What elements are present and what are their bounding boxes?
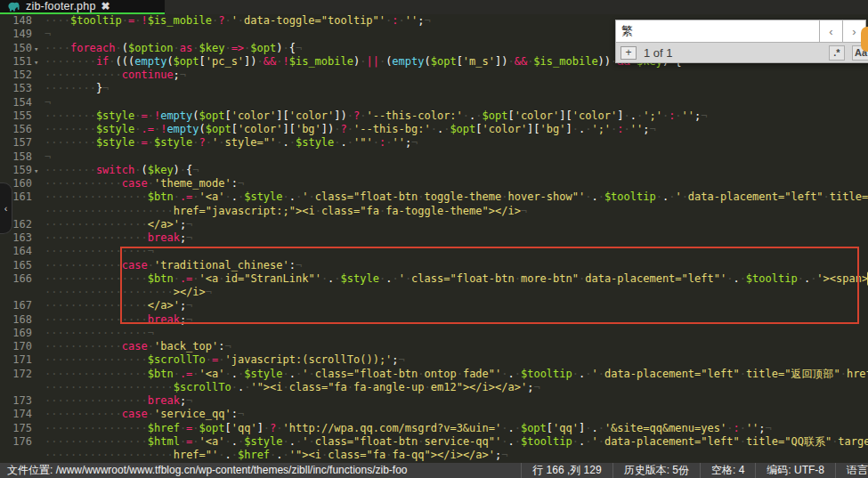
line-number: 165 xyxy=(0,259,41,272)
code-line[interactable]: ····················href="'·.·$href·.·'"… xyxy=(0,449,868,462)
find-previous-button[interactable]: ‹ xyxy=(820,20,843,43)
code-line[interactable]: 153········}¬ xyxy=(0,82,868,95)
code-text: ········$style·.=·!empty($opt['color']['… xyxy=(41,123,656,136)
status-history-versions[interactable]: 历史版本: 5份 xyxy=(612,463,700,478)
line-number: 155 xyxy=(0,109,41,123)
code-line[interactable]: 176················$html·=·'<a'·.·$style… xyxy=(0,435,868,449)
code-line[interactable]: 160············case·'theme_mode':¬ xyxy=(0,177,868,190)
code-line[interactable]: ····················$scrollTo·.·'"><i·cl… xyxy=(0,381,868,394)
code-line[interactable]: 161················$btn·.=·'<a'·.·$style… xyxy=(0,190,868,204)
code-text: ················$btn·.=·'<a'·.·$style·.·… xyxy=(41,190,868,204)
code-text: ········}¬ xyxy=(41,82,109,95)
status-language[interactable]: 语言 xyxy=(835,463,868,478)
code-line[interactable]: 166················$btn·.=·'<a·id="Stran… xyxy=(0,272,868,286)
line-number: 164 xyxy=(0,245,41,258)
line-number: 176 xyxy=(0,435,41,449)
code-text: ····················href="'·.·$href·.·'"… xyxy=(41,449,507,462)
code-text: ········if·(((empty($opt['pc_s'])·&&·!$i… xyxy=(41,55,688,69)
code-line[interactable]: 173················break;¬ xyxy=(0,394,868,408)
code-line[interactable]: ····················href="javascript:;">… xyxy=(0,205,868,218)
search-row: ‹ › xyxy=(615,20,868,43)
code-line[interactable]: 172················$btn·.=·'<a'·.·$style… xyxy=(0,368,868,381)
line-number: 149 xyxy=(0,28,41,41)
code-line[interactable]: ····················></i>¬ xyxy=(0,286,868,299)
line-number: 175 xyxy=(0,422,41,435)
code-line[interactable]: 170············case·'back_top':¬ xyxy=(0,340,868,353)
line-number: 156 xyxy=(0,123,41,136)
status-encoding[interactable]: 编码: UTF-8 xyxy=(755,463,835,478)
code-text: ········switch·($key)·{¬ xyxy=(41,164,199,177)
line-number: 153 xyxy=(0,82,41,95)
line-number: 154 xyxy=(0,96,41,109)
code-text: ············case·'traditional_chinese':¬ xyxy=(41,259,302,272)
code-text: ¬ xyxy=(41,28,51,41)
code-rows: 148····$tooltip·=·!$is_mobile·?·'·data-t… xyxy=(0,14,868,462)
code-line[interactable]: 167················</a>';¬ xyxy=(0,299,868,312)
code-line[interactable]: 163················break;¬ xyxy=(0,231,868,245)
code-line[interactable]: 174············case·'service_qq':¬ xyxy=(0,408,868,421)
code-line[interactable]: 165············case·'traditional_chinese… xyxy=(0,259,868,272)
code-line[interactable]: 168················break;¬ xyxy=(0,313,868,327)
code-text: ················</a>';¬ xyxy=(41,218,192,231)
search-input[interactable] xyxy=(615,20,820,43)
status-file-path: 文件位置: /www/wwwroot/www.tfblog.cn/wp-cont… xyxy=(0,463,521,478)
code-text: ················¬ xyxy=(41,245,154,258)
code-line[interactable]: 154¬ xyxy=(0,96,868,109)
line-number: 151▾ xyxy=(0,55,41,69)
status-spaces[interactable]: 空格: 4 xyxy=(700,463,755,478)
code-line[interactable]: 164················¬ xyxy=(0,245,868,258)
fold-arrow[interactable]: ▾ xyxy=(32,56,41,69)
code-line[interactable]: 155········$style·=·!empty($opt['color']… xyxy=(0,109,868,123)
sidebar-collapse-handle[interactable]: ‹ xyxy=(0,182,12,234)
code-text: ················</a>';¬ xyxy=(41,299,192,312)
fold-arrow[interactable]: ▾ xyxy=(32,165,41,178)
code-line[interactable]: 152············continue;¬ xyxy=(0,69,868,82)
code-text: ····$tooltip·=·!$is_mobile·?·'·data-togg… xyxy=(41,14,431,28)
code-text: ········$style·=·!empty($opt['color']['c… xyxy=(41,109,708,123)
code-text: ············continue;¬ xyxy=(41,69,186,82)
code-line[interactable]: 175················$href·=·$opt['qq']·?·… xyxy=(0,422,868,435)
code-text: ¬ xyxy=(41,96,51,109)
code-text: ····················href="javascript:;">… xyxy=(41,205,527,218)
code-line[interactable]: 156········$style·.=·!empty($opt['color'… xyxy=(0,123,868,136)
code-text: ····················$scrollTo·.·'"><i·cl… xyxy=(41,381,540,394)
line-number xyxy=(0,449,41,462)
toggle-replace-button[interactable]: + xyxy=(621,46,637,60)
php-file-icon xyxy=(7,1,20,12)
code-line[interactable]: 157········$style·=·$style·?·'·style="'·… xyxy=(0,136,868,150)
code-text: ····foreach·($option·as·$key·=>·$opt)·{¬ xyxy=(41,42,302,55)
code-text: ················break;¬ xyxy=(41,394,192,408)
code-text: ················break;¬ xyxy=(41,313,192,327)
line-number: 168 xyxy=(0,313,41,327)
code-editor-window: { "colors": { "background": "#272822", "… xyxy=(0,0,868,478)
line-number: 159▾ xyxy=(0,164,41,177)
code-line[interactable]: 158¬ xyxy=(0,150,868,164)
tab-bar: zib-footer.php ✖ xyxy=(0,0,868,14)
fold-arrow[interactable]: ▾ xyxy=(32,43,41,56)
line-number: 167 xyxy=(0,299,41,312)
code-line[interactable]: 171················$scrollTo·=·'javascri… xyxy=(0,353,868,367)
code-line[interactable]: 162················</a>';¬ xyxy=(0,218,868,231)
line-number: 150▾ xyxy=(0,42,41,55)
line-number: 173 xyxy=(0,394,41,408)
line-number: 174 xyxy=(0,408,41,421)
code-line[interactable]: 159▾········switch·($key)·{¬ xyxy=(0,164,868,177)
close-icon[interactable]: ✖ xyxy=(101,1,110,12)
clipped-orange-button[interactable] xyxy=(861,27,868,52)
status-bar: 文件位置: /www/wwwroot/www.tfblog.cn/wp-cont… xyxy=(0,463,868,478)
line-number: 157 xyxy=(0,136,41,150)
code-line[interactable]: 169················¬ xyxy=(0,327,868,340)
code-text: ············case·'service_qq':¬ xyxy=(41,408,244,421)
line-number: 148 xyxy=(0,14,41,28)
tab-title: zib-footer.php xyxy=(26,0,96,12)
code-text: ················$scrollTo·=·'javascript:… xyxy=(41,353,405,367)
line-number: 172 xyxy=(0,368,41,381)
tab-zib-footer[interactable]: zib-footer.php ✖ xyxy=(0,0,165,14)
regex-toggle-button[interactable]: .* xyxy=(829,45,845,61)
code-text: ················$btn·.=·'<a·id="StranLin… xyxy=(41,272,868,286)
line-number: 152 xyxy=(0,69,41,82)
code-editor[interactable]: 148····$tooltip·=·!$is_mobile·?·'·data-t… xyxy=(0,14,868,478)
line-number: 171 xyxy=(0,353,41,367)
line-number: 170 xyxy=(0,340,41,353)
code-text: ················¬ xyxy=(41,327,154,340)
